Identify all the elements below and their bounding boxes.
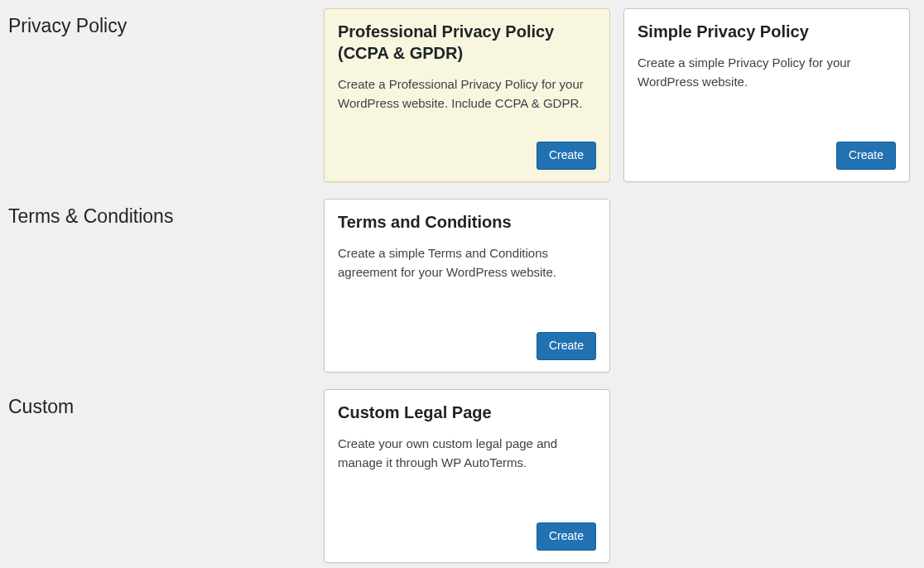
card-professional-privacy-policy: Professional Privacy Policy (CCPA & GPDR… — [324, 8, 610, 182]
card-footer: Create — [338, 142, 596, 170]
card-footer: Create — [638, 142, 896, 170]
card-description-simple-privacy: Create a simple Privacy Policy for your … — [638, 54, 896, 125]
card-description-terms: Create a simple Terms and Conditions agr… — [338, 244, 596, 315]
create-button-simple-privacy[interactable]: Create — [836, 142, 896, 170]
section-custom: Custom Custom Legal Page Create your own… — [8, 389, 916, 563]
card-simple-privacy-policy: Simple Privacy Policy Create a simple Pr… — [623, 8, 910, 182]
card-description-professional-privacy: Create a Professional Privacy Policy for… — [338, 75, 596, 125]
cards-container-terms: Terms and Conditions Create a simple Ter… — [324, 199, 916, 373]
section-label-custom: Custom — [8, 389, 310, 418]
section-terms-conditions: Terms & Conditions Terms and Conditions … — [8, 199, 916, 373]
card-title-terms: Terms and Conditions — [338, 211, 596, 233]
create-button-custom[interactable]: Create — [537, 522, 596, 551]
card-title-simple-privacy: Simple Privacy Policy — [638, 21, 896, 42]
card-title-professional-privacy: Professional Privacy Policy (CCPA & GPDR… — [338, 21, 596, 64]
card-title-custom: Custom Legal Page — [338, 402, 596, 423]
card-footer: Create — [338, 522, 596, 551]
cards-container-custom: Custom Legal Page Create your own custom… — [324, 389, 916, 563]
section-label-terms: Terms & Conditions — [8, 199, 310, 228]
cards-container-privacy: Professional Privacy Policy (CCPA & GPDR… — [324, 8, 916, 182]
create-button-professional-privacy[interactable]: Create — [537, 142, 596, 170]
card-description-custom: Create your own custom legal page and ma… — [338, 435, 596, 506]
create-button-terms[interactable]: Create — [537, 332, 596, 360]
section-privacy-policy: Privacy Policy Professional Privacy Poli… — [8, 8, 916, 182]
card-custom-legal-page: Custom Legal Page Create your own custom… — [324, 389, 610, 563]
card-terms-conditions: Terms and Conditions Create a simple Ter… — [324, 199, 610, 373]
section-label-privacy: Privacy Policy — [8, 8, 310, 37]
card-footer: Create — [338, 332, 596, 360]
